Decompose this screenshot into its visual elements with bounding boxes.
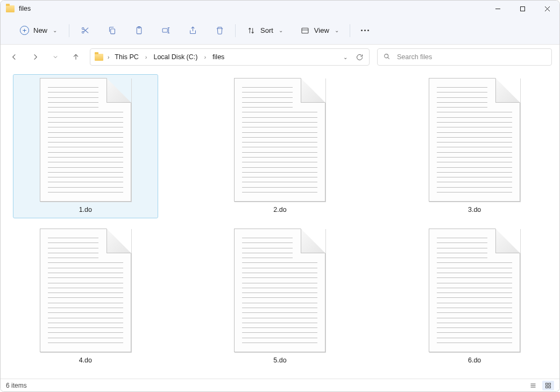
breadcrumb-segment[interactable]: files <box>210 52 226 62</box>
chevron-down-icon: ⌄ <box>335 27 339 33</box>
file-thumbnail <box>40 229 131 352</box>
view-icon <box>300 26 310 35</box>
chevron-right-icon: › <box>203 54 207 60</box>
chevron-down-icon: ⌄ <box>53 27 57 33</box>
search-icon <box>383 53 391 62</box>
new-button-label: New <box>33 26 47 34</box>
status-text: 6 items <box>6 382 27 389</box>
file-name: 1.do <box>79 206 92 213</box>
minimize-button[interactable] <box>485 1 510 17</box>
new-button[interactable]: + New ⌄ <box>16 24 61 37</box>
status-bar: 6 items <box>1 379 559 391</box>
toolbar: + New ⌄ <box>1 17 559 45</box>
file-thumbnail <box>234 78 325 202</box>
address-dropdown[interactable]: ⌄ <box>343 54 348 60</box>
breadcrumb-segment[interactable]: Local Disk (C:) <box>151 52 200 62</box>
content-area: 1.do2.do3.do4.do5.do6.do <box>1 69 559 379</box>
close-button[interactable] <box>535 1 559 17</box>
rename-button[interactable] <box>158 24 174 38</box>
recent-locations-button[interactable] <box>49 51 62 63</box>
cut-button[interactable] <box>77 24 93 38</box>
file-thumbnail <box>234 229 325 352</box>
svg-point-4 <box>82 27 84 30</box>
file-name: 4.do <box>79 357 92 364</box>
svg-rect-1 <box>520 6 524 11</box>
svg-point-17 <box>385 54 388 58</box>
file-item[interactable]: 3.do <box>402 75 547 218</box>
file-item[interactable]: 2.do <box>208 75 352 218</box>
copy-button[interactable] <box>104 24 120 38</box>
file-name: 5.do <box>273 357 286 364</box>
view-button-label: View <box>314 26 329 34</box>
chevron-down-icon: ⌄ <box>279 27 283 33</box>
file-name: 2.do <box>273 206 286 213</box>
address-bar[interactable]: › This PC › Local Disk (C:) › files ⌄ <box>90 48 370 66</box>
file-thumbnail <box>40 78 131 202</box>
file-thumbnail <box>429 78 520 202</box>
details-view-toggle[interactable] <box>527 381 539 390</box>
up-button[interactable] <box>69 51 82 63</box>
share-icon <box>188 26 197 35</box>
svg-point-5 <box>82 31 84 33</box>
window-controls <box>485 1 559 17</box>
chevron-right-icon: › <box>144 54 148 60</box>
forward-button[interactable] <box>29 51 41 63</box>
file-thumbnail <box>429 229 520 352</box>
copy-icon <box>107 26 117 35</box>
file-item[interactable]: 1.do <box>13 75 158 218</box>
breadcrumb: This PC › Local Disk (C:) › files <box>112 52 226 62</box>
svg-rect-22 <box>546 383 548 385</box>
file-grid: 1.do2.do3.do4.do5.do6.do <box>7 75 553 368</box>
search-input[interactable] <box>396 53 546 61</box>
file-item[interactable]: 6.do <box>402 225 547 368</box>
refresh-button[interactable] <box>355 53 364 61</box>
folder-icon <box>6 5 15 12</box>
window-title: files <box>19 5 31 12</box>
svg-line-18 <box>388 57 389 59</box>
svg-rect-11 <box>162 28 167 32</box>
file-name: 6.do <box>468 357 481 364</box>
breadcrumb-segment[interactable]: This PC <box>112 52 140 62</box>
svg-rect-15 <box>302 28 308 33</box>
clipboard-icon <box>134 26 144 35</box>
sort-icon <box>246 26 256 35</box>
sort-button-label: Sort <box>260 26 273 34</box>
svg-rect-24 <box>546 386 548 388</box>
folder-icon <box>95 54 103 61</box>
chevron-right-icon: › <box>108 54 109 60</box>
plus-icon: + <box>20 26 29 35</box>
svg-rect-25 <box>549 386 551 388</box>
large-icons-view-toggle[interactable] <box>542 381 554 390</box>
rename-icon <box>161 26 171 35</box>
file-item[interactable]: 5.do <box>208 225 352 368</box>
navigation-row: › This PC › Local Disk (C:) › files ⌄ <box>1 45 559 69</box>
svg-rect-23 <box>549 383 551 385</box>
maximize-button[interactable] <box>510 1 535 17</box>
title-bar: files <box>1 1 559 17</box>
sort-button[interactable]: Sort ⌄ <box>243 24 286 38</box>
trash-icon <box>215 26 224 35</box>
file-item[interactable]: 4.do <box>13 225 158 368</box>
share-button[interactable] <box>185 24 201 38</box>
scissors-icon <box>80 26 90 35</box>
svg-rect-8 <box>110 29 115 34</box>
paste-button[interactable] <box>131 24 147 38</box>
back-button[interactable] <box>8 51 21 63</box>
file-name: 3.do <box>468 206 481 213</box>
search-box[interactable] <box>377 48 552 66</box>
delete-button[interactable] <box>211 24 228 38</box>
view-button[interactable]: View ⌄ <box>297 24 342 38</box>
more-button[interactable] <box>358 27 372 33</box>
